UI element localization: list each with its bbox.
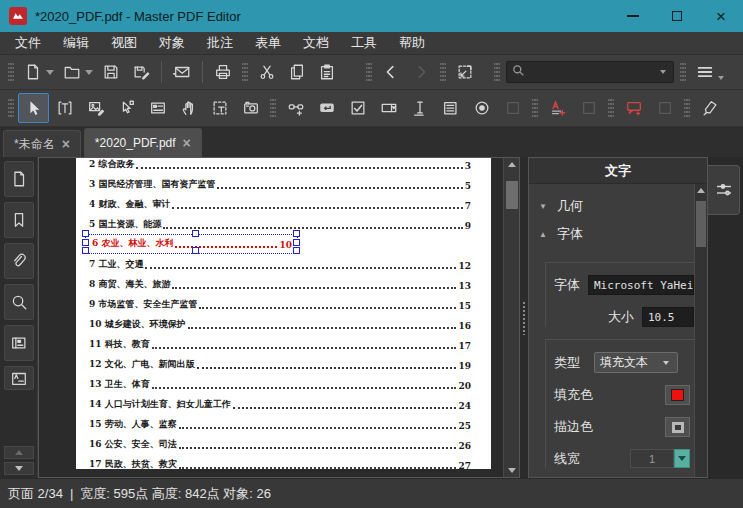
toolbar-grip[interactable] [366,61,372,83]
toolbar-grip[interactable] [8,97,14,119]
toolbar-grip[interactable] [684,97,690,119]
toc-row[interactable]: 7 工业、交通12 [89,254,471,274]
toc-row[interactable]: 11 科技、教育17 [89,334,471,354]
panel-scroll-up-button[interactable] [694,184,708,197]
new-document-button[interactable] [18,58,48,86]
fill-color-swatch[interactable] [665,385,690,405]
section-geometry[interactable]: ▼ 几何 [539,192,694,220]
text-field-button[interactable] [404,93,435,123]
menu-item-file[interactable]: 文件 [4,32,52,54]
menu-item-form[interactable]: 表单 [244,32,292,54]
collapse-triangle-icon[interactable]: ▼ [539,202,549,211]
selection-handle[interactable] [192,230,199,237]
toolbar-grip[interactable] [608,97,614,119]
menu-item-object[interactable]: 对象 [148,32,196,54]
menu-item-view[interactable]: 视图 [100,32,148,54]
hand-tool-button[interactable] [173,93,204,123]
selection-handle[interactable] [293,230,300,237]
selection-handle[interactable] [82,247,89,254]
minimize-button[interactable] [611,0,655,32]
selection-handle[interactable] [82,239,89,246]
cut-button[interactable] [252,58,282,86]
selection-handle[interactable] [82,230,89,237]
add-text-annotation-button[interactable] [542,93,573,123]
menu-item-document[interactable]: 文档 [292,32,340,54]
toc-row[interactable]: 8 商贸、海关、旅游13 [89,274,471,294]
sidebar-bookmarks-button[interactable] [4,202,34,238]
toc-row[interactable]: 10 城乡建设、环境保护16 [89,314,471,334]
toc-row-selected[interactable]: 6 农业、林业、水利10 [85,234,298,254]
tab-2020-pdf[interactable]: *2020_PDF.pdf × [84,128,202,157]
checkbox-field-button[interactable] [342,93,373,123]
email-button[interactable] [167,58,197,86]
toolbar-grip[interactable] [532,97,538,119]
add-callout-button[interactable] [618,93,649,123]
menu-item-help[interactable]: 帮助 [388,32,436,54]
scroll-up-button[interactable] [505,158,519,171]
toolbar-grip[interactable] [440,61,446,83]
toc-row[interactable]: 13 卫生、体育20 [89,374,471,394]
toc-row[interactable]: 17 民政、扶贫、救灾27 [89,454,471,469]
pdf-page[interactable]: 2 综合政务33 国民经济管理、国有资产监管54 财政、金融、审计75 国土资源… [76,158,491,469]
select-tool-button[interactable] [18,93,49,123]
scrollbar-thumb[interactable] [506,181,518,209]
toolbar-grip[interactable] [242,61,248,83]
edit-image-tool-button[interactable] [80,93,111,123]
toc-row[interactable]: 15 劳动、人事、监察25 [89,414,471,434]
toc-row[interactable]: 9 市场监管、安全生产监管15 [89,294,471,314]
form-properties-button[interactable] [142,93,173,123]
toc-row[interactable]: 5 国土资源、能源9 [89,214,471,234]
snapshot-button[interactable] [450,58,480,86]
font-size-field[interactable]: 10.5 [642,307,694,327]
panel-scrollbar[interactable] [694,184,707,477]
menu-item-tools[interactable]: 工具 [340,32,388,54]
combobox-field-button[interactable] [373,93,404,123]
tab-close-icon[interactable]: × [62,137,70,151]
open-file-button[interactable] [57,58,87,86]
sidebar-scroll-up-button[interactable] [4,446,34,459]
line-width-spinner[interactable] [674,449,690,468]
tab-untitled[interactable]: *未命名 × [3,130,81,157]
back-button[interactable] [376,58,406,86]
disabled-tool-button[interactable] [497,93,528,123]
add-link-button[interactable] [280,93,311,123]
edit-text-tool-button[interactable] [49,93,80,123]
stroke-color-swatch[interactable] [665,417,690,437]
type-dropdown[interactable]: 填充文本 [594,352,678,373]
disabled-tool-button[interactable] [573,93,604,123]
selection-handle[interactable] [293,247,300,254]
menu-item-annotation[interactable]: 批注 [196,32,244,54]
print-button[interactable] [208,58,238,86]
sidebar-scroll-down-button[interactable] [4,462,34,475]
toc-row[interactable]: 16 公安、安全、司法26 [89,434,471,454]
selection-handle[interactable] [192,247,199,254]
document-canvas[interactable]: 2 综合政务33 国民经济管理、国有资产监管54 财政、金融、审计75 国土资源… [39,158,503,477]
line-width-field[interactable]: 1 [630,449,674,468]
toolbar-grip[interactable] [270,97,276,119]
menu-item-edit[interactable]: 编辑 [52,32,100,54]
sidebar-search-button[interactable] [4,284,34,320]
toc-row[interactable]: 4 财政、金融、审计7 [89,194,471,214]
panel-splitter[interactable] [520,157,528,478]
font-family-field[interactable]: Microsoft YaHei [588,275,694,295]
sidebar-forms-button[interactable] [4,325,34,361]
screenshot-tool-button[interactable] [235,93,266,123]
toolbar-grip[interactable] [680,61,686,83]
properties-tab-button[interactable] [708,165,740,215]
selection-handle[interactable] [293,239,300,246]
disabled-tool-button[interactable] [649,93,680,123]
push-button-field-button[interactable] [311,93,342,123]
sidebar-properties-button[interactable] [4,366,34,390]
scroll-down-button[interactable] [505,464,519,477]
toc-row[interactable]: 14 人口与计划生育、妇女儿童工作24 [89,394,471,414]
section-font[interactable]: ▲ 字体 [539,220,694,248]
close-button[interactable]: × [699,0,743,32]
sidebar-pages-button[interactable] [4,161,34,197]
toc-row[interactable]: 12 文化、广电、新闻出版19 [89,354,471,374]
select-text-area-button[interactable] [204,93,235,123]
sidebar-attachments-button[interactable] [4,243,34,279]
document-scrollbar[interactable] [503,158,519,477]
highlighter-tool-button[interactable] [694,93,725,123]
search-dropdown-icon[interactable] [660,70,666,74]
copy-button[interactable] [282,58,312,86]
